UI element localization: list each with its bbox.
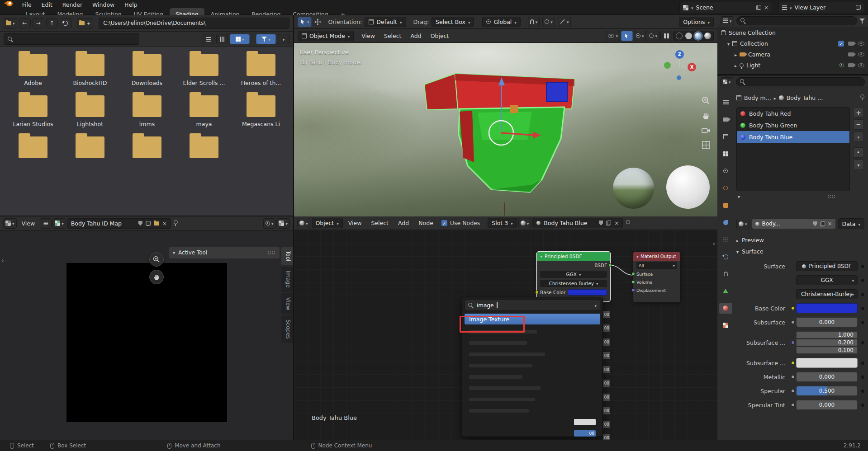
folder-item[interactable] — [119, 136, 175, 169]
node-collapse-icon[interactable] — [540, 254, 542, 259]
file-browser-type-button[interactable] — [4, 18, 17, 28]
surface-section-header[interactable]: Surface — [736, 246, 864, 257]
copy-icon[interactable] — [756, 5, 761, 10]
decorator-dot[interactable] — [861, 279, 864, 282]
node-value-fragment[interactable]: 00 — [603, 311, 610, 318]
shading-wireframe-button[interactable] — [676, 33, 683, 39]
display-horizontal-list-button[interactable] — [216, 34, 228, 44]
props-tab-view-layer[interactable] — [719, 148, 732, 159]
metallic-slider[interactable]: 0.000 — [796, 372, 858, 382]
active-tool-button[interactable] — [298, 17, 312, 27]
bsdf-output-socket[interactable] — [608, 263, 612, 267]
display-vertical-list-button[interactable] — [203, 34, 214, 44]
subsurface-slider[interactable]: 0.000 — [796, 317, 858, 327]
menu-add[interactable]: Add — [407, 31, 426, 41]
gizmo-x-axis[interactable]: X — [688, 63, 696, 71]
props-tab-particles[interactable] — [719, 234, 732, 245]
hdri-preview-sphere[interactable] — [613, 168, 654, 209]
base-color-socket[interactable] — [535, 291, 539, 294]
node-value-fragment[interactable]: 00 — [603, 434, 610, 440]
zoom-tool-button[interactable] — [149, 252, 164, 267]
menu-item-dimmed[interactable] — [465, 407, 600, 415]
move-slot-down-button[interactable] — [853, 160, 864, 170]
radius-y-field[interactable]: 0.200 — [796, 339, 858, 346]
slot-body-tahu-red[interactable]: Body Tahu Red — [737, 108, 849, 119]
folder-item[interactable]: Heroes of th... — [232, 54, 289, 86]
node-value-fragment[interactable]: 00 — [603, 380, 610, 387]
node-value-fragment[interactable]: 00 — [603, 324, 610, 332]
props-tab-output[interactable] — [719, 131, 732, 142]
shader-type-dropdown[interactable]: Object — [312, 218, 343, 228]
sidebar-tab-view[interactable]: View — [281, 293, 293, 314]
falloff-button[interactable] — [558, 17, 571, 27]
editor-type-button[interactable] — [297, 218, 310, 228]
overlays-toggle[interactable] — [647, 31, 659, 41]
node-search-input[interactable]: image — [465, 300, 600, 311]
menu-item-dimmed[interactable] — [465, 384, 600, 392]
back-button[interactable] — [19, 18, 31, 28]
image-canvas[interactable] — [66, 263, 227, 422]
scene-selector[interactable]: Scene — [679, 2, 772, 13]
outliner-display-mode-button[interactable] — [721, 16, 734, 25]
slot-dropdown[interactable]: Slot 3 — [488, 218, 517, 228]
unlink-icon[interactable] — [162, 220, 167, 227]
folder-item[interactable]: lmms — [119, 95, 175, 127]
decorator-dot[interactable] — [861, 321, 864, 324]
select-tool-toggle[interactable] — [621, 31, 633, 41]
props-tab-object[interactable] — [719, 200, 732, 211]
image-name-field[interactable]: Body Tahu ID Map — [67, 218, 171, 229]
camera-view-icon[interactable] — [702, 127, 710, 134]
folder-item[interactable]: Elder Scrolls ... — [175, 54, 232, 86]
active-tool-panel-header[interactable]: Active Tool — [169, 247, 280, 258]
hand-icon[interactable] — [702, 112, 710, 120]
outliner-row-light[interactable]: Light — [717, 60, 868, 70]
folder-item[interactable] — [5, 136, 62, 169]
visibility-dropdown[interactable] — [606, 31, 620, 41]
menu-item-dimmed[interactable] — [465, 350, 600, 358]
folder-item[interactable]: Adobe — [5, 54, 62, 86]
open-image-icon[interactable] — [154, 221, 159, 226]
input-socket-icon[interactable] — [791, 403, 795, 407]
folder-item[interactable]: Larian Studios — [5, 95, 62, 127]
mode-dropdown[interactable]: Object Mode — [298, 31, 354, 41]
browse-image-button[interactable] — [52, 218, 66, 229]
pin-icon[interactable] — [174, 220, 178, 226]
options-dropdown[interactable]: Options — [679, 17, 714, 27]
decorator-dot[interactable] — [861, 376, 864, 379]
expand-icon[interactable] — [727, 40, 730, 47]
fake-user-icon[interactable] — [138, 221, 142, 226]
subsurface-method-dropdown[interactable]: Christensen-Burley — [796, 289, 858, 299]
matcap-preview-sphere[interactable] — [666, 165, 710, 209]
grid-view-icon[interactable] — [702, 141, 710, 149]
breadcrumb-object[interactable]: Body m... — [744, 94, 771, 101]
orientation-dropdown[interactable]: Default — [365, 17, 406, 27]
eye-icon[interactable] — [858, 52, 864, 56]
xray-toggle[interactable] — [660, 31, 672, 41]
properties-search-field[interactable] — [736, 77, 865, 86]
outliner-row-collection[interactable]: Collection — [717, 38, 868, 49]
render-visibility-icon[interactable] — [848, 63, 854, 67]
menu-select[interactable]: Select — [380, 31, 406, 41]
editor-type-button[interactable] — [3, 218, 17, 229]
sidebar-collapse-arrow[interactable] — [712, 240, 715, 247]
breadcrumb-material[interactable]: Body Tahu ... — [787, 94, 823, 101]
pivot-dropdown[interactable]: Global — [482, 17, 520, 27]
input-socket-icon[interactable] — [791, 320, 795, 324]
close-icon[interactable] — [764, 5, 768, 11]
node-value-fragment[interactable]: 00 — [603, 352, 610, 359]
slot-specials-button[interactable] — [853, 132, 864, 142]
surface-input-socket[interactable] — [631, 272, 635, 276]
shading-material-button[interactable] — [695, 33, 702, 39]
zoom-icon[interactable] — [702, 96, 710, 105]
menu-object[interactable]: Object — [427, 31, 453, 41]
props-tab-material[interactable] — [719, 303, 732, 314]
parent-dir-button[interactable] — [46, 18, 58, 28]
folder-item[interactable]: maya — [175, 95, 232, 127]
slot-body-tahu-blue[interactable]: Body Tahu Blue — [737, 131, 849, 143]
filter-button[interactable] — [256, 34, 276, 44]
viewport-3d[interactable]: User Perspective (1) Tahu | Body model Z — [294, 43, 717, 216]
props-tab-modifiers[interactable] — [719, 217, 732, 228]
shading-solid-button[interactable] — [685, 33, 692, 39]
outliner-search-field[interactable] — [736, 16, 857, 25]
filter-icon[interactable] — [859, 19, 865, 23]
